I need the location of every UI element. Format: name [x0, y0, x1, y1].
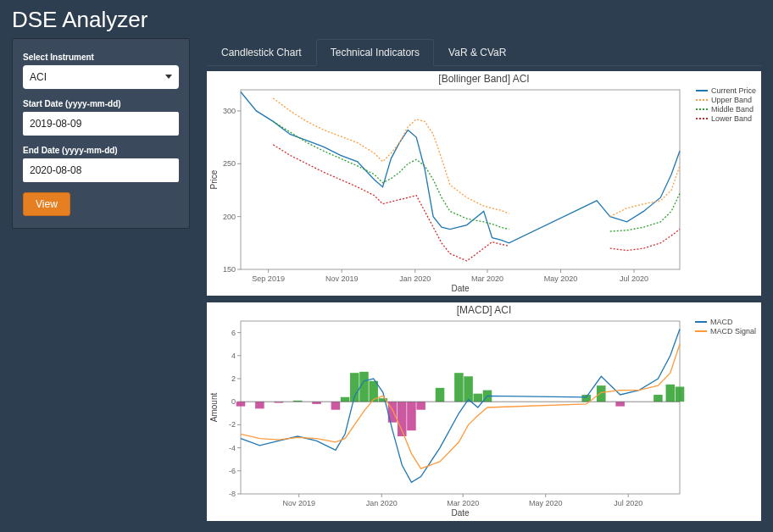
- end-date-input[interactable]: [23, 158, 179, 182]
- tab-technical-indicators[interactable]: Technical Indicators: [316, 39, 434, 66]
- tabs: Candlestick Chart Technical Indicators V…: [207, 38, 761, 66]
- svg-text:0: 0: [231, 397, 236, 406]
- tab-var-cvar[interactable]: VaR & CVaR: [434, 39, 520, 66]
- svg-text:-2: -2: [229, 420, 236, 429]
- sidebar: Select Instrument ACI Start Date (yyyy-m…: [12, 38, 190, 229]
- svg-rect-51: [255, 402, 264, 408]
- svg-text:Jul 2020: Jul 2020: [614, 499, 642, 507]
- bollinger-chart-title: [Bollinger Band] ACI: [207, 71, 761, 85]
- svg-text:300: 300: [223, 107, 236, 115]
- svg-text:4: 4: [231, 352, 236, 360]
- instrument-value: ACI: [30, 71, 47, 83]
- svg-rect-63: [407, 402, 416, 430]
- svg-rect-66: [454, 373, 464, 402]
- svg-text:May 2020: May 2020: [529, 499, 563, 507]
- svg-text:-8: -8: [229, 490, 236, 498]
- bollinger-chart-panel: [Bollinger Band] ACI Current PriceUpper …: [207, 71, 761, 296]
- macd-chart-title: [MACD] ACI: [207, 302, 761, 316]
- svg-text:May 2020: May 2020: [544, 274, 578, 283]
- svg-rect-64: [416, 402, 425, 410]
- svg-text:Mar 2020: Mar 2020: [447, 499, 479, 507]
- svg-rect-54: [312, 402, 321, 404]
- svg-text:Sep 2019: Sep 2019: [252, 274, 285, 283]
- svg-text:Price: Price: [209, 169, 219, 189]
- svg-text:150: 150: [223, 265, 236, 274]
- svg-text:200: 200: [223, 213, 236, 221]
- svg-text:Date: Date: [451, 284, 470, 293]
- svg-text:Nov 2019: Nov 2019: [282, 499, 315, 507]
- svg-text:Jan 2020: Jan 2020: [399, 274, 431, 283]
- bollinger-legend: Current PriceUpper BandMiddle BandLower …: [696, 86, 756, 124]
- svg-rect-55: [331, 402, 341, 410]
- svg-rect-74: [653, 395, 663, 402]
- svg-text:Jul 2020: Jul 2020: [620, 274, 648, 283]
- svg-text:-6: -6: [229, 467, 236, 475]
- svg-text:6: 6: [231, 329, 236, 337]
- svg-rect-20: [241, 90, 680, 269]
- svg-text:Nov 2019: Nov 2019: [325, 274, 359, 283]
- svg-text:Amount: Amount: [209, 393, 219, 423]
- view-button[interactable]: View: [23, 192, 70, 216]
- macd-legend: MACDMACD Signal: [695, 318, 756, 336]
- svg-text:-4: -4: [229, 444, 236, 452]
- svg-rect-72: [615, 402, 625, 406]
- end-date-label: End Date (yyyy-mm-dd): [23, 146, 179, 155]
- svg-text:Jan 2020: Jan 2020: [366, 499, 398, 507]
- svg-rect-56: [341, 397, 350, 402]
- svg-text:250: 250: [223, 159, 236, 168]
- bollinger-chart-svg: 150200250300Sep 2019Nov 2019Jan 2020Mar …: [207, 85, 756, 295]
- svg-rect-49: [241, 321, 680, 494]
- svg-rect-71: [597, 385, 606, 402]
- main-content: Candlestick Chart Technical Indicators V…: [207, 38, 761, 528]
- start-date-label: Start Date (yyyy-mm-dd): [23, 99, 179, 108]
- svg-text:Mar 2020: Mar 2020: [471, 274, 503, 283]
- svg-text:Date: Date: [451, 508, 470, 518]
- svg-rect-75: [666, 385, 676, 402]
- macd-chart-svg: -8-6-4-20246Nov 2019Jan 2020Mar 2020May …: [207, 316, 756, 519]
- svg-rect-70: [581, 395, 591, 402]
- svg-rect-50: [236, 402, 246, 406]
- tab-candlestick[interactable]: Candlestick Chart: [207, 39, 316, 66]
- instrument-label: Select Instrument: [23, 53, 179, 62]
- start-date-input[interactable]: [23, 112, 179, 136]
- svg-rect-76: [676, 387, 685, 402]
- macd-chart-panel: [MACD] ACI MACDMACD Signal -8-6-4-20246N…: [207, 302, 761, 521]
- chevron-down-icon: [165, 75, 172, 79]
- instrument-select[interactable]: ACI: [23, 65, 179, 89]
- app-title: DSE Analyzer: [0, 0, 773, 38]
- svg-rect-68: [474, 394, 483, 402]
- svg-rect-65: [436, 388, 445, 402]
- svg-text:2: 2: [231, 374, 236, 383]
- svg-rect-67: [464, 376, 473, 402]
